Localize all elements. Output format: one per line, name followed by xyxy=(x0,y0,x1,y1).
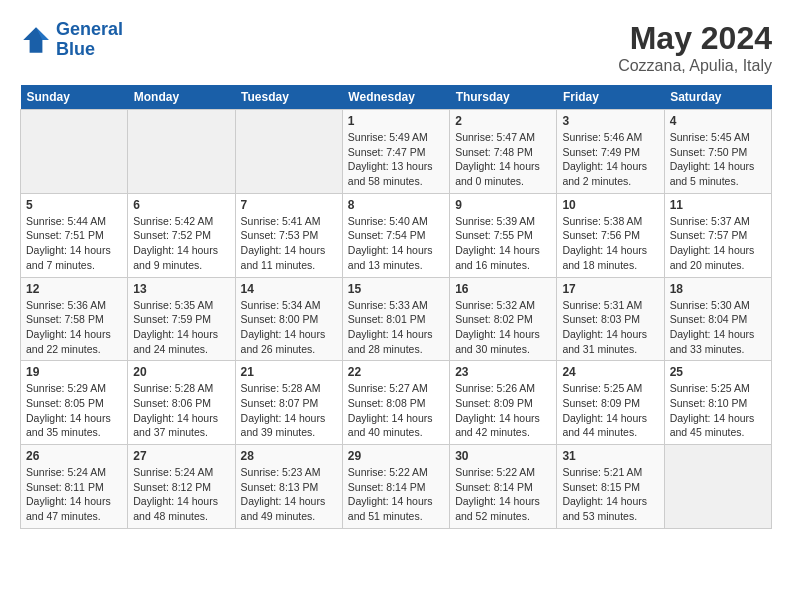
day-info: Sunrise: 5:28 AMSunset: 8:06 PMDaylight:… xyxy=(133,381,229,440)
day-info: Sunrise: 5:27 AMSunset: 8:08 PMDaylight:… xyxy=(348,381,444,440)
day-number: 8 xyxy=(348,198,444,212)
day-info: Sunrise: 5:25 AMSunset: 8:10 PMDaylight:… xyxy=(670,381,766,440)
day-number: 5 xyxy=(26,198,122,212)
day-number: 15 xyxy=(348,282,444,296)
day-number: 13 xyxy=(133,282,229,296)
calendar-cell: 3Sunrise: 5:46 AMSunset: 7:49 PMDaylight… xyxy=(557,110,664,194)
weekday-label: Thursday xyxy=(450,85,557,110)
logo-text: GeneralBlue xyxy=(56,20,123,60)
calendar-subtitle: Cozzana, Apulia, Italy xyxy=(618,57,772,75)
day-info: Sunrise: 5:30 AMSunset: 8:04 PMDaylight:… xyxy=(670,298,766,357)
day-number: 9 xyxy=(455,198,551,212)
calendar-table: SundayMondayTuesdayWednesdayThursdayFrid… xyxy=(20,85,772,529)
day-info: Sunrise: 5:33 AMSunset: 8:01 PMDaylight:… xyxy=(348,298,444,357)
day-info: Sunrise: 5:24 AMSunset: 8:12 PMDaylight:… xyxy=(133,465,229,524)
day-number: 19 xyxy=(26,365,122,379)
calendar-cell: 17Sunrise: 5:31 AMSunset: 8:03 PMDayligh… xyxy=(557,277,664,361)
calendar-week-row: 19Sunrise: 5:29 AMSunset: 8:05 PMDayligh… xyxy=(21,361,772,445)
calendar-cell: 5Sunrise: 5:44 AMSunset: 7:51 PMDaylight… xyxy=(21,193,128,277)
day-info: Sunrise: 5:39 AMSunset: 7:55 PMDaylight:… xyxy=(455,214,551,273)
day-number: 31 xyxy=(562,449,658,463)
calendar-cell: 12Sunrise: 5:36 AMSunset: 7:58 PMDayligh… xyxy=(21,277,128,361)
calendar-week-row: 5Sunrise: 5:44 AMSunset: 7:51 PMDaylight… xyxy=(21,193,772,277)
calendar-cell: 20Sunrise: 5:28 AMSunset: 8:06 PMDayligh… xyxy=(128,361,235,445)
calendar-cell: 24Sunrise: 5:25 AMSunset: 8:09 PMDayligh… xyxy=(557,361,664,445)
page-header: GeneralBlue May 2024 Cozzana, Apulia, It… xyxy=(20,20,772,75)
day-number: 23 xyxy=(455,365,551,379)
day-info: Sunrise: 5:25 AMSunset: 8:09 PMDaylight:… xyxy=(562,381,658,440)
day-info: Sunrise: 5:22 AMSunset: 8:14 PMDaylight:… xyxy=(348,465,444,524)
day-number: 4 xyxy=(670,114,766,128)
day-info: Sunrise: 5:23 AMSunset: 8:13 PMDaylight:… xyxy=(241,465,337,524)
calendar-cell: 8Sunrise: 5:40 AMSunset: 7:54 PMDaylight… xyxy=(342,193,449,277)
day-number: 24 xyxy=(562,365,658,379)
calendar-cell: 13Sunrise: 5:35 AMSunset: 7:59 PMDayligh… xyxy=(128,277,235,361)
calendar-cell: 31Sunrise: 5:21 AMSunset: 8:15 PMDayligh… xyxy=(557,445,664,529)
calendar-cell: 7Sunrise: 5:41 AMSunset: 7:53 PMDaylight… xyxy=(235,193,342,277)
calendar-cell: 16Sunrise: 5:32 AMSunset: 8:02 PMDayligh… xyxy=(450,277,557,361)
day-info: Sunrise: 5:37 AMSunset: 7:57 PMDaylight:… xyxy=(670,214,766,273)
day-number: 16 xyxy=(455,282,551,296)
weekday-label: Sunday xyxy=(21,85,128,110)
calendar-cell: 23Sunrise: 5:26 AMSunset: 8:09 PMDayligh… xyxy=(450,361,557,445)
calendar-header: SundayMondayTuesdayWednesdayThursdayFrid… xyxy=(21,85,772,110)
day-number: 18 xyxy=(670,282,766,296)
day-info: Sunrise: 5:46 AMSunset: 7:49 PMDaylight:… xyxy=(562,130,658,189)
day-info: Sunrise: 5:34 AMSunset: 8:00 PMDaylight:… xyxy=(241,298,337,357)
day-number: 25 xyxy=(670,365,766,379)
calendar-cell: 4Sunrise: 5:45 AMSunset: 7:50 PMDaylight… xyxy=(664,110,771,194)
weekday-label: Tuesday xyxy=(235,85,342,110)
day-info: Sunrise: 5:28 AMSunset: 8:07 PMDaylight:… xyxy=(241,381,337,440)
calendar-cell: 14Sunrise: 5:34 AMSunset: 8:00 PMDayligh… xyxy=(235,277,342,361)
day-number: 28 xyxy=(241,449,337,463)
day-number: 10 xyxy=(562,198,658,212)
weekday-label: Monday xyxy=(128,85,235,110)
day-number: 12 xyxy=(26,282,122,296)
calendar-cell: 2Sunrise: 5:47 AMSunset: 7:48 PMDaylight… xyxy=(450,110,557,194)
day-info: Sunrise: 5:32 AMSunset: 8:02 PMDaylight:… xyxy=(455,298,551,357)
calendar-cell: 19Sunrise: 5:29 AMSunset: 8:05 PMDayligh… xyxy=(21,361,128,445)
day-number: 14 xyxy=(241,282,337,296)
calendar-cell xyxy=(21,110,128,194)
day-number: 20 xyxy=(133,365,229,379)
day-number: 27 xyxy=(133,449,229,463)
day-number: 2 xyxy=(455,114,551,128)
calendar-cell: 15Sunrise: 5:33 AMSunset: 8:01 PMDayligh… xyxy=(342,277,449,361)
day-info: Sunrise: 5:22 AMSunset: 8:14 PMDaylight:… xyxy=(455,465,551,524)
calendar-week-row: 1Sunrise: 5:49 AMSunset: 7:47 PMDaylight… xyxy=(21,110,772,194)
logo: GeneralBlue xyxy=(20,20,123,60)
day-number: 7 xyxy=(241,198,337,212)
day-info: Sunrise: 5:38 AMSunset: 7:56 PMDaylight:… xyxy=(562,214,658,273)
calendar-cell: 26Sunrise: 5:24 AMSunset: 8:11 PMDayligh… xyxy=(21,445,128,529)
calendar-body: 1Sunrise: 5:49 AMSunset: 7:47 PMDaylight… xyxy=(21,110,772,529)
calendar-week-row: 12Sunrise: 5:36 AMSunset: 7:58 PMDayligh… xyxy=(21,277,772,361)
day-info: Sunrise: 5:36 AMSunset: 7:58 PMDaylight:… xyxy=(26,298,122,357)
weekday-label: Wednesday xyxy=(342,85,449,110)
day-number: 11 xyxy=(670,198,766,212)
day-number: 3 xyxy=(562,114,658,128)
day-info: Sunrise: 5:26 AMSunset: 8:09 PMDaylight:… xyxy=(455,381,551,440)
calendar-cell: 18Sunrise: 5:30 AMSunset: 8:04 PMDayligh… xyxy=(664,277,771,361)
day-info: Sunrise: 5:35 AMSunset: 7:59 PMDaylight:… xyxy=(133,298,229,357)
weekday-header-row: SundayMondayTuesdayWednesdayThursdayFrid… xyxy=(21,85,772,110)
day-number: 21 xyxy=(241,365,337,379)
calendar-week-row: 26Sunrise: 5:24 AMSunset: 8:11 PMDayligh… xyxy=(21,445,772,529)
day-info: Sunrise: 5:44 AMSunset: 7:51 PMDaylight:… xyxy=(26,214,122,273)
logo-icon xyxy=(20,24,52,56)
day-info: Sunrise: 5:49 AMSunset: 7:47 PMDaylight:… xyxy=(348,130,444,189)
calendar-cell: 22Sunrise: 5:27 AMSunset: 8:08 PMDayligh… xyxy=(342,361,449,445)
title-block: May 2024 Cozzana, Apulia, Italy xyxy=(618,20,772,75)
calendar-cell: 6Sunrise: 5:42 AMSunset: 7:52 PMDaylight… xyxy=(128,193,235,277)
day-info: Sunrise: 5:24 AMSunset: 8:11 PMDaylight:… xyxy=(26,465,122,524)
calendar-cell: 25Sunrise: 5:25 AMSunset: 8:10 PMDayligh… xyxy=(664,361,771,445)
day-info: Sunrise: 5:42 AMSunset: 7:52 PMDaylight:… xyxy=(133,214,229,273)
day-number: 30 xyxy=(455,449,551,463)
day-number: 1 xyxy=(348,114,444,128)
day-number: 29 xyxy=(348,449,444,463)
calendar-cell: 9Sunrise: 5:39 AMSunset: 7:55 PMDaylight… xyxy=(450,193,557,277)
day-number: 26 xyxy=(26,449,122,463)
day-info: Sunrise: 5:47 AMSunset: 7:48 PMDaylight:… xyxy=(455,130,551,189)
calendar-cell: 21Sunrise: 5:28 AMSunset: 8:07 PMDayligh… xyxy=(235,361,342,445)
weekday-label: Saturday xyxy=(664,85,771,110)
day-info: Sunrise: 5:29 AMSunset: 8:05 PMDaylight:… xyxy=(26,381,122,440)
